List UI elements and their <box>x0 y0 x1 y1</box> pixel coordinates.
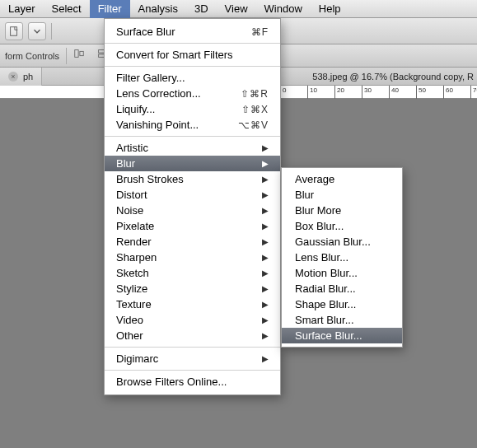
separator <box>51 23 52 40</box>
document-icon <box>8 26 20 37</box>
filter-menu: Surface Blur ⌘F Convert for Smart Filter… <box>104 18 281 395</box>
submenu-arrow-icon: ▶ <box>262 143 269 152</box>
menu-group-pixelate[interactable]: Pixelate▶ <box>105 218 280 234</box>
menu-item-filter-gallery[interactable]: Filter Gallery... <box>105 70 280 86</box>
submenu-item-shape-blur[interactable]: Shape Blur... <box>282 296 402 312</box>
document-tab[interactable]: × ph <box>0 68 42 86</box>
submenu-item-blur[interactable]: Blur <box>282 187 402 203</box>
menu-bar: Layer Select Filter Analysis 3D View Win… <box>0 0 477 18</box>
chevron-down-icon <box>31 26 43 37</box>
menu-item-label: Render <box>116 236 152 248</box>
menu-select[interactable]: Select <box>44 0 90 18</box>
menu-group-distort[interactable]: Distort▶ <box>105 187 280 203</box>
menu-group-video[interactable]: Video▶ <box>105 312 280 328</box>
menu-group-other[interactable]: Other▶ <box>105 328 280 343</box>
menu-layer[interactable]: Layer <box>0 0 44 18</box>
menu-filter[interactable]: Filter <box>90 0 130 18</box>
menu-item-vanishing-point[interactable]: Vanishing Point... ⌥⌘V <box>105 117 280 133</box>
ruler-tick: 70 <box>473 86 477 94</box>
menu-shortcut: ⇧⌘R <box>241 88 269 100</box>
menu-item-label: Lens Correction... <box>116 87 201 100</box>
menu-item-label: Video <box>116 314 143 326</box>
menu-item-label: Digimarc <box>116 352 158 365</box>
submenu-arrow-icon: ▶ <box>262 175 269 184</box>
ruler-tick: 60 <box>446 86 453 94</box>
submenu-arrow-icon: ▶ <box>262 315 269 324</box>
separator <box>66 48 67 64</box>
close-icon[interactable]: × <box>8 72 18 82</box>
menu-separator <box>105 347 280 348</box>
svg-rect-2 <box>80 51 83 55</box>
ruler-tick: 40 <box>391 86 399 94</box>
menu-analysis[interactable]: Analysis <box>130 0 186 18</box>
ruler-tick: 0 <box>283 86 286 94</box>
submenu-item-surface-blur[interactable]: Surface Blur... <box>282 328 402 343</box>
menu-item-lens-correction[interactable]: Lens Correction... ⇧⌘R <box>105 86 280 101</box>
submenu-arrow-icon: ▶ <box>262 253 269 262</box>
menu-item-label: Liquify... <box>116 103 155 115</box>
submenu-item-radial-blur[interactable]: Radial Blur... <box>282 281 402 296</box>
menu-item-label: Surface Blur <box>116 26 175 38</box>
menu-item-label: Browse Filters Online... <box>116 376 227 388</box>
submenu-item-lens-blur[interactable]: Lens Blur... <box>282 250 402 265</box>
ruler-tick: 50 <box>419 86 426 94</box>
blur-submenu: Average Blur Blur More Box Blur... Gauss… <box>281 167 403 348</box>
menu-item-label: Texture <box>116 298 152 310</box>
menu-group-brush-strokes[interactable]: Brush Strokes▶ <box>105 171 280 187</box>
svg-rect-1 <box>75 49 78 57</box>
submenu-item-gaussian-blur[interactable]: Gaussian Blur... <box>282 234 402 250</box>
menu-item-label: Stylize <box>116 282 147 295</box>
menu-item-label: Sketch <box>116 267 149 279</box>
menu-separator <box>105 66 280 67</box>
submenu-arrow-icon: ▶ <box>262 300 269 309</box>
submenu-arrow-icon: ▶ <box>262 331 269 340</box>
menu-item-browse-online[interactable]: Browse Filters Online... <box>105 374 280 390</box>
svg-rect-0 <box>11 26 17 35</box>
menu-shortcut: ⌘F <box>251 26 269 38</box>
ruler-tick: 10 <box>310 86 317 94</box>
submenu-arrow-icon: ▶ <box>262 284 269 293</box>
menu-item-label: Blur <box>116 157 135 170</box>
menu-group-noise[interactable]: Noise▶ <box>105 203 280 218</box>
menu-separator <box>105 136 280 137</box>
menu-group-stylize[interactable]: Stylize▶ <box>105 281 280 296</box>
menu-group-texture[interactable]: Texture▶ <box>105 296 280 312</box>
dropdown-toggle[interactable] <box>28 22 46 40</box>
menu-group-sketch[interactable]: Sketch▶ <box>105 265 280 281</box>
document-title-prefix: ph <box>23 72 33 82</box>
submenu-item-smart-blur[interactable]: Smart Blur... <box>282 312 402 328</box>
submenu-arrow-icon: ▶ <box>262 159 269 168</box>
submenu-arrow-icon: ▶ <box>262 206 269 215</box>
submenu-item-motion-blur[interactable]: Motion Blur... <box>282 265 402 281</box>
submenu-arrow-icon: ▶ <box>262 354 269 363</box>
submenu-item-average[interactable]: Average <box>282 171 402 187</box>
menu-view[interactable]: View <box>217 0 256 18</box>
menu-shortcut: ⌥⌘V <box>238 119 269 131</box>
menu-item-label: Convert for Smart Filters <box>116 49 233 61</box>
submenu-item-blur-more[interactable]: Blur More <box>282 203 402 218</box>
form-controls-label: form Controls <box>5 51 59 61</box>
menu-window[interactable]: Window <box>256 0 311 18</box>
ruler-tick: 30 <box>364 86 372 94</box>
menu-group-blur[interactable]: Blur▶ <box>105 156 280 171</box>
menu-item-liquify[interactable]: Liquify... ⇧⌘X <box>105 101 280 117</box>
menu-group-digimarc[interactable]: Digimarc▶ <box>105 351 280 366</box>
menu-item-label: Filter Gallery... <box>116 72 185 84</box>
tool-icon-button[interactable] <box>5 22 23 40</box>
menu-item-label: Sharpen <box>116 251 157 264</box>
menu-group-sharpen[interactable]: Sharpen▶ <box>105 250 280 265</box>
align-button-1[interactable] <box>73 48 90 64</box>
submenu-item-box-blur[interactable]: Box Blur... <box>282 218 402 234</box>
menu-group-artistic[interactable]: Artistic▶ <box>105 140 280 156</box>
menu-item-label: Artistic <box>116 142 148 154</box>
submenu-arrow-icon: ▶ <box>262 222 269 231</box>
menu-shortcut: ⇧⌘X <box>241 104 269 115</box>
menu-separator <box>105 370 280 371</box>
menu-item-label: Brush Strokes <box>116 173 184 185</box>
menu-3d[interactable]: 3D <box>186 0 217 18</box>
menu-help[interactable]: Help <box>311 0 349 18</box>
align-icon <box>73 48 85 59</box>
menu-item-recent-filter[interactable]: Surface Blur ⌘F <box>105 24 280 40</box>
menu-item-convert-smart[interactable]: Convert for Smart Filters <box>105 47 280 63</box>
menu-group-render[interactable]: Render▶ <box>105 234 280 250</box>
